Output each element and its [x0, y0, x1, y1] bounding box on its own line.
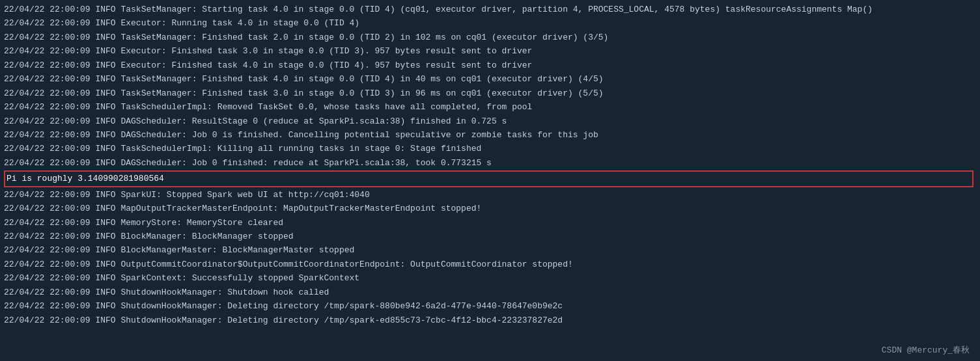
log-output: 22/04/22 22:00:09 INFO TaskSetManager: S… — [4, 3, 976, 327]
watermark: CSDN @Mercury_春秋 — [882, 344, 970, 356]
log-line: 22/04/22 22:00:09 INFO Executor: Running… — [4, 16, 976, 30]
log-line: Pi is roughly 3.140990281980564 — [4, 170, 973, 187]
log-line: 22/04/22 22:00:09 INFO MemoryStore: Memo… — [4, 216, 976, 230]
log-line: 22/04/22 22:00:09 INFO TaskSchedulerImpl… — [4, 142, 976, 155]
log-line: 22/04/22 22:00:09 INFO TaskSetManager: F… — [4, 72, 976, 86]
log-line: 22/04/22 22:00:09 INFO TaskSetManager: F… — [4, 31, 976, 44]
log-line: 22/04/22 22:00:09 INFO OutputCommitCoord… — [4, 258, 976, 271]
console-container: 22/04/22 22:00:09 INFO TaskSetManager: S… — [0, 0, 980, 361]
log-line: 22/04/22 22:00:09 INFO DAGScheduler: Job… — [4, 156, 976, 170]
log-line: 22/04/22 22:00:09 INFO TaskSetManager: S… — [4, 3, 976, 16]
log-line: 22/04/22 22:00:09 INFO TaskSetManager: F… — [4, 87, 976, 100]
log-line: 22/04/22 22:00:09 INFO BlockManager: Blo… — [4, 230, 976, 243]
log-line: 22/04/22 22:00:09 INFO SparkUI: Stopped … — [4, 188, 976, 202]
log-line: 22/04/22 22:00:09 INFO SparkContext: Suc… — [4, 271, 976, 285]
log-line: 22/04/22 22:00:09 INFO Executor: Finishe… — [4, 44, 976, 58]
log-line: 22/04/22 22:00:09 INFO DAGScheduler: Res… — [4, 114, 976, 128]
log-line: 22/04/22 22:00:09 INFO Executor: Finishe… — [4, 59, 976, 72]
log-line: 22/04/22 22:00:09 INFO MapOutputTrackerM… — [4, 202, 976, 215]
log-line: 22/04/22 22:00:09 INFO TaskSchedulerImpl… — [4, 100, 976, 114]
log-line: 22/04/22 22:00:09 INFO ShutdownHookManag… — [4, 314, 976, 327]
log-line: 22/04/22 22:00:09 INFO BlockManagerMaste… — [4, 243, 976, 257]
log-line: 22/04/22 22:00:09 INFO ShutdownHookManag… — [4, 286, 976, 299]
log-line: 22/04/22 22:00:09 INFO ShutdownHookManag… — [4, 299, 976, 313]
log-line: 22/04/22 22:00:09 INFO DAGScheduler: Job… — [4, 128, 976, 142]
